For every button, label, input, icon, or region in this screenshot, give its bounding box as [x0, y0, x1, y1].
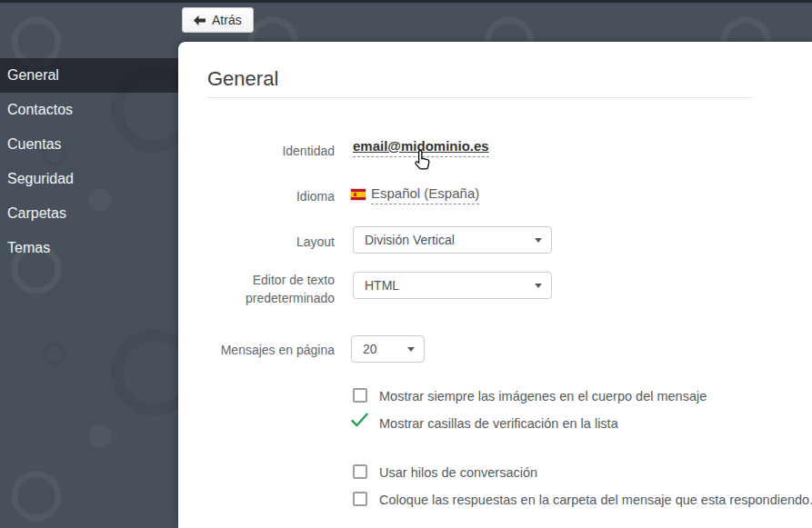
- editor-label: Editor de texto predeterminado: [178, 271, 335, 307]
- page-title: General: [207, 67, 278, 91]
- show-images-label: Mostrar siempre las imágenes en el cuerp…: [379, 389, 707, 403]
- sidebar-item-contactos[interactable]: Contactos: [0, 93, 178, 127]
- chevron-down-icon: [535, 238, 542, 243]
- editor-label-line1: Editor de texto: [178, 271, 335, 289]
- messages-per-page-value: 20: [363, 342, 377, 356]
- sidebar-item-temas[interactable]: Temas: [0, 231, 178, 265]
- replies-same-folder-label: Coloque las respuestas en la carpeta del…: [379, 493, 812, 507]
- messages-per-page-label: Mensajes en página: [178, 342, 335, 358]
- layout-select-value: División Vertical: [365, 233, 455, 247]
- back-button[interactable]: Atrás: [182, 7, 254, 33]
- language-label: Idioma: [178, 188, 335, 204]
- messages-per-page-select[interactable]: 20: [351, 335, 425, 363]
- use-threads-checkbox[interactable]: [353, 464, 367, 479]
- show-checkboxes-label: Mostrar casillas de verificación en la l…: [379, 416, 618, 431]
- language-value-link[interactable]: Español (España): [371, 185, 479, 204]
- sidebar-item-carpetas[interactable]: Carpetas: [0, 196, 178, 231]
- editor-select[interactable]: HTML: [353, 272, 552, 299]
- identity-label: Identidad: [178, 143, 335, 159]
- sidebar-item-general[interactable]: General: [0, 58, 178, 93]
- show-checkboxes-checkbox-checked[interactable]: [350, 412, 369, 427]
- editor-label-line2: predeterminado: [178, 289, 335, 307]
- top-strip: [0, 0, 812, 3]
- back-button-label: Atrás: [212, 13, 242, 27]
- title-divider: [207, 97, 752, 98]
- chevron-down-icon: [407, 347, 415, 352]
- general-settings-panel: General Identidad email@midominio.es Idi…: [178, 42, 812, 528]
- identity-value-link[interactable]: email@midominio.es: [353, 138, 489, 157]
- sidebar-item-seguridad[interactable]: Seguridad: [0, 162, 178, 196]
- show-images-checkbox[interactable]: [353, 388, 367, 403]
- spain-flag-icon: [351, 189, 366, 200]
- settings-sidebar: General Contactos Cuentas Seguridad Carp…: [0, 58, 178, 265]
- replies-same-folder-checkbox[interactable]: [353, 492, 367, 506]
- arrow-left-icon: [194, 15, 206, 25]
- editor-select-value: HTML: [365, 278, 399, 293]
- layout-select[interactable]: División Vertical: [353, 226, 552, 254]
- settings-screen: Atrás General Contactos Cuentas Segurida…: [0, 0, 812, 528]
- sidebar-item-cuentas[interactable]: Cuentas: [0, 127, 178, 162]
- use-threads-label: Usar hilos de conversación: [379, 465, 537, 480]
- chevron-down-icon: [535, 284, 542, 288]
- layout-label: Layout: [178, 234, 335, 250]
